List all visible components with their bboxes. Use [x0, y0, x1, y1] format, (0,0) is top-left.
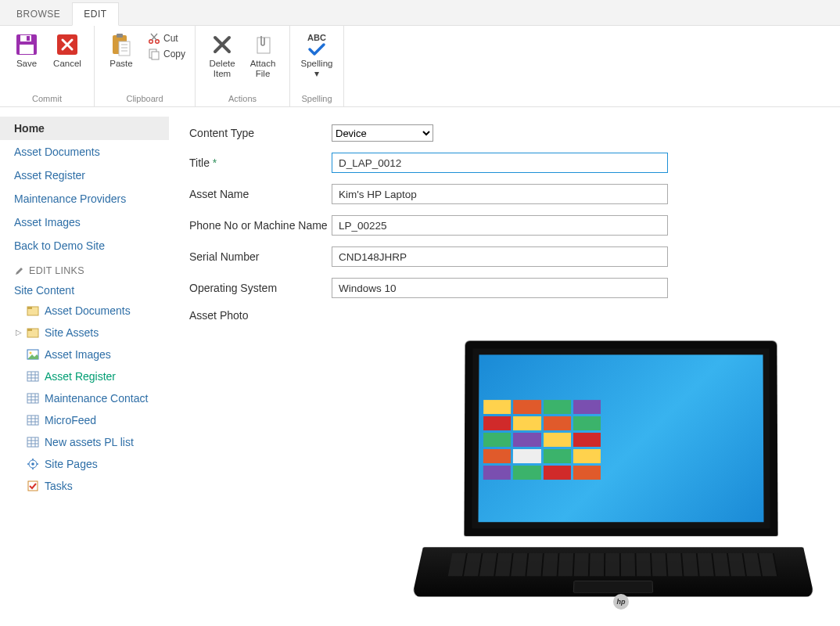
spelling-label: Spelling▾: [301, 59, 333, 79]
cut-button[interactable]: Cut: [145, 31, 188, 46]
svg-rect-22: [27, 372, 38, 381]
gear-icon: [27, 458, 39, 470]
ribbon-group-actions: Delete Item Attach File Actions: [196, 26, 290, 106]
tree-item-label: Tasks: [45, 478, 73, 494]
tree-item-label: Asset Images: [45, 347, 111, 362]
attach-icon: [250, 32, 275, 57]
label-title: Title *: [189, 156, 332, 169]
svg-point-21: [30, 352, 32, 354]
group-label-actions: Actions: [202, 92, 283, 105]
label-asset-photo: Asset Photo: [189, 309, 332, 322]
tree-item-label: Asset Documents: [45, 303, 131, 318]
svg-point-12: [156, 40, 160, 44]
asset-photo: hp: [189, 333, 824, 614]
nav-item[interactable]: Asset Images: [0, 210, 169, 234]
svg-rect-17: [27, 307, 32, 309]
svg-rect-2: [27, 36, 30, 41]
group-label-spelling: Spelling: [296, 92, 337, 105]
title-input[interactable]: [332, 153, 668, 173]
hp-logo-icon: hp: [613, 594, 629, 610]
nav-item[interactable]: Asset Documents: [0, 140, 169, 164]
tree-item[interactable]: Maintenance Contact: [0, 387, 169, 409]
delete-item-button[interactable]: Delete Item: [202, 31, 242, 81]
svg-rect-19: [27, 329, 32, 331]
cancel-icon: [55, 32, 80, 57]
save-button[interactable]: Save: [6, 31, 47, 70]
label-content-type: Content Type: [189, 127, 332, 139]
img-icon: [27, 348, 39, 361]
doc-icon: [27, 326, 39, 339]
ribbon-tabs: BROWSE EDIT: [0, 0, 840, 26]
save-label: Save: [16, 59, 37, 69]
tree-item-label: New assets PL list: [45, 434, 134, 450]
copy-button[interactable]: Copy: [145, 46, 188, 62]
tree-item[interactable]: Tasks: [0, 475, 169, 497]
tree-item[interactable]: Site Pages: [0, 453, 169, 475]
laptop-image: hp: [371, 333, 809, 614]
tree-item[interactable]: Asset Register: [0, 365, 169, 387]
delete-icon: [210, 32, 235, 57]
tree-item-label: Site Pages: [45, 456, 98, 472]
paste-label: Paste: [109, 59, 132, 69]
svg-rect-6: [117, 34, 123, 38]
grid-icon: [27, 414, 39, 426]
content-type-select[interactable]: Device: [332, 124, 433, 142]
asset-name-input[interactable]: [332, 184, 668, 204]
group-label-commit: Commit: [6, 92, 88, 105]
edit-links-label: EDIT LINKS: [29, 265, 84, 276]
label-serial: Serial Number: [189, 250, 332, 263]
delete-label: Delete Item: [203, 59, 241, 79]
tree-item[interactable]: Asset Documents: [0, 300, 169, 322]
svg-point-43: [31, 462, 34, 466]
tree-item-label: Asset Register: [45, 369, 116, 384]
group-label-clipboard: Clipboard: [101, 92, 188, 105]
tree-item[interactable]: Site Assets: [0, 322, 169, 344]
paste-button[interactable]: Paste: [101, 31, 142, 70]
ribbon-group-commit: Save Cancel Commit: [0, 26, 95, 106]
tree-item[interactable]: MicroFeed: [0, 409, 169, 431]
svg-point-11: [149, 40, 153, 44]
pencil-icon: [14, 266, 24, 276]
svg-rect-3: [20, 45, 34, 54]
os-input[interactable]: [332, 278, 668, 298]
svg-rect-48: [28, 481, 38, 491]
tab-edit[interactable]: EDIT: [72, 2, 118, 26]
nav-item[interactable]: Home: [0, 117, 169, 140]
doc-icon: [27, 304, 39, 317]
ribbon: Save Cancel Commit Paste Cut: [0, 26, 840, 107]
copy-icon: [148, 48, 160, 60]
ribbon-group-spelling: ABC Spelling▾ Spelling: [290, 26, 344, 106]
site-content-link[interactable]: Site Content: [0, 281, 169, 300]
attach-file-button[interactable]: Attach File: [242, 31, 283, 81]
svg-rect-37: [27, 437, 38, 447]
spelling-icon: ABC: [304, 32, 329, 57]
tab-browse[interactable]: BROWSE: [5, 2, 72, 25]
grid-icon: [27, 392, 39, 405]
sidebar: HomeAsset DocumentsAsset RegisterMainten…: [0, 107, 169, 614]
svg-rect-14: [152, 52, 159, 59]
label-os: Operating System: [189, 282, 332, 294]
serial-input[interactable]: [332, 246, 668, 267]
label-phone-machine: Phone No or Machine Name: [189, 219, 332, 232]
edit-links-button[interactable]: EDIT LINKS: [0, 257, 169, 281]
spelling-button[interactable]: ABC Spelling▾: [296, 31, 337, 81]
attach-label: Attach File: [244, 59, 282, 79]
label-asset-name: Asset Name: [189, 188, 332, 200]
tree-item[interactable]: Asset Images: [0, 344, 169, 365]
edit-form: Content Type Device Title * Asset Name P…: [169, 107, 840, 614]
nav-item[interactable]: Maintenance Providers: [0, 187, 169, 210]
cut-label: Cut: [163, 33, 178, 44]
save-icon: [14, 32, 39, 57]
phone-machine-input[interactable]: [332, 215, 668, 236]
svg-rect-32: [27, 416, 38, 425]
copy-label: Copy: [163, 49, 185, 59]
nav-item[interactable]: Asset Register: [0, 164, 169, 187]
svg-rect-7: [119, 41, 130, 56]
tree-item[interactable]: New assets PL list: [0, 431, 169, 453]
cancel-label: Cancel: [53, 59, 81, 69]
cancel-button[interactable]: Cancel: [47, 31, 88, 70]
ribbon-group-clipboard: Paste Cut Copy Clipboard: [95, 26, 196, 106]
nav-item[interactable]: Back to Demo Site: [0, 234, 169, 257]
grid-icon: [27, 436, 39, 448]
check-icon: [27, 480, 39, 492]
